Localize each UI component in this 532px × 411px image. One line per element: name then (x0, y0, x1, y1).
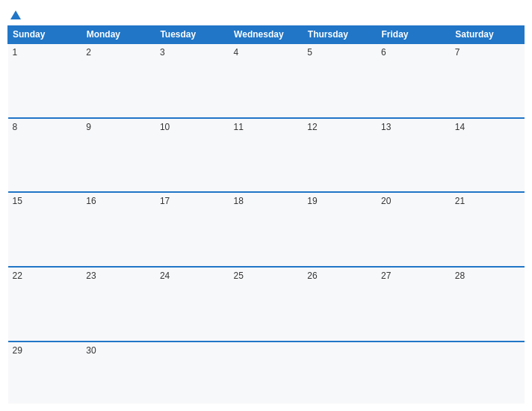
calendar-cell: 16 (81, 192, 155, 267)
calendar-cell: 27 (377, 267, 451, 342)
calendar-cell: 12 (303, 118, 377, 193)
date-number: 9 (86, 122, 91, 132)
week-row-3: 15161718192021 (8, 192, 525, 267)
date-number: 20 (381, 196, 391, 206)
calendar-cell: 10 (155, 118, 229, 193)
date-number: 15 (13, 196, 22, 206)
date-number: 19 (307, 196, 317, 206)
day-header-monday: Monday (81, 26, 155, 44)
day-header-friday: Friday (377, 26, 451, 44)
calendar-cell: 24 (155, 267, 229, 342)
day-header-tuesday: Tuesday (155, 26, 229, 44)
calendar-cell: 4 (229, 43, 303, 118)
calendar-cell: 1 (8, 43, 82, 118)
date-number: 16 (86, 196, 96, 206)
calendar-cell: 3 (155, 43, 229, 118)
calendar-cell: 13 (377, 118, 451, 193)
calendar-cell (451, 342, 525, 404)
calendar-cell: 23 (81, 267, 155, 342)
day-header-thursday: Thursday (303, 26, 377, 44)
calendar-cell: 8 (8, 118, 82, 193)
date-number: 22 (13, 271, 22, 281)
week-row-2: 891011121314 (8, 118, 525, 193)
calendar-cell: 14 (451, 118, 525, 193)
date-number: 27 (381, 271, 391, 281)
calendar-cell: 25 (229, 267, 303, 342)
day-header-saturday: Saturday (451, 26, 525, 44)
date-number: 12 (307, 122, 317, 132)
calendar-cell: 15 (8, 192, 82, 267)
calendar-cell: 6 (377, 43, 451, 118)
date-number: 30 (86, 345, 96, 356)
date-number: 28 (455, 271, 465, 281)
date-number: 1 (13, 47, 18, 58)
date-number: 7 (455, 47, 460, 58)
calendar-cell (303, 342, 377, 404)
calendar-cell: 28 (451, 267, 525, 342)
calendar-cell: 30 (81, 342, 155, 404)
date-number: 2 (86, 47, 91, 58)
date-number: 18 (234, 196, 244, 206)
date-number: 29 (13, 345, 22, 356)
date-number: 14 (455, 122, 465, 132)
calendar-cell: 17 (155, 192, 229, 267)
date-number: 23 (86, 271, 96, 281)
day-header-row: SundayMondayTuesdayWednesdayThursdayFrid… (8, 26, 525, 44)
date-number: 25 (234, 271, 244, 281)
calendar-cell: 22 (8, 267, 82, 342)
calendar-cell: 21 (451, 192, 525, 267)
date-number: 8 (13, 122, 18, 132)
date-number: 10 (160, 122, 170, 132)
date-number: 24 (160, 271, 170, 281)
date-number: 11 (234, 122, 244, 132)
date-number: 21 (455, 196, 465, 206)
calendar-cell: 29 (8, 342, 82, 404)
date-number: 17 (160, 196, 170, 206)
calendar-cell (229, 342, 303, 404)
date-number: 26 (307, 271, 317, 281)
week-row-1: 1234567 (8, 43, 525, 118)
calendar-cell: 7 (451, 43, 525, 118)
calendar-header (7, 7, 525, 25)
date-number: 6 (381, 47, 386, 58)
calendar-cell: 18 (229, 192, 303, 267)
calendar-cell: 9 (81, 118, 155, 193)
date-number: 5 (307, 47, 312, 58)
logo (7, 10, 21, 21)
day-header-wednesday: Wednesday (229, 26, 303, 44)
date-number: 4 (234, 47, 239, 58)
day-header-sunday: Sunday (8, 26, 82, 44)
calendar-cell: 2 (81, 43, 155, 118)
week-row-5: 2930 (8, 342, 525, 404)
calendar-cell: 19 (303, 192, 377, 267)
calendar-cell: 20 (377, 192, 451, 267)
calendar-cell: 26 (303, 267, 377, 342)
calendar-cell: 11 (229, 118, 303, 193)
logo-triangle-icon (10, 10, 21, 19)
calendar-table: SundayMondayTuesdayWednesdayThursdayFrid… (7, 25, 525, 404)
week-row-4: 22232425262728 (8, 267, 525, 342)
date-number: 3 (160, 47, 165, 58)
date-number: 13 (381, 122, 391, 132)
calendar-page: SundayMondayTuesdayWednesdayThursdayFrid… (0, 0, 532, 411)
calendar-cell (377, 342, 451, 404)
calendar-cell: 5 (303, 43, 377, 118)
calendar-cell (155, 342, 229, 404)
